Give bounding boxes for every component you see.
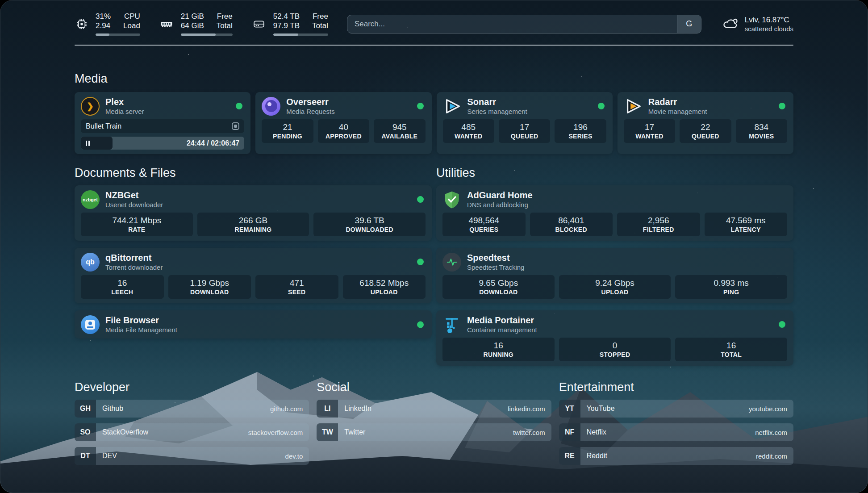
playback-time: 24:44 / 02:06:47 [187,137,239,150]
stat-downloaded: 39.6 TB DOWNLOADED [313,213,426,236]
stat-value: 9.24 Gbps [561,278,669,288]
search-input[interactable] [347,15,677,33]
app-description: DNS and adblocking [467,201,533,209]
app-description: Container management [467,326,537,334]
dashboard-window: 31% CPU 2.94 Load [0,0,868,493]
weather-condition: scattered clouds [745,25,793,33]
stat-label: DOWNLOAD [170,288,250,296]
app-description: Movie management [648,107,707,116]
app-name: File Browser [105,315,177,326]
app-description: Media File Management [105,326,177,334]
bookmark-url: github.com [270,405,303,413]
stat-value: 1.19 Gbps [170,278,250,288]
app-name: qBittorrent [105,252,163,263]
memory-progress-fill [181,33,216,36]
section-title-entertainment: Entertainment [559,380,793,394]
app-name: Speedtest [467,252,524,263]
stat-value: 17 [626,122,673,132]
app-card-qbittorrent[interactable]: qb qBittorrent Torrent downloader 16 LEE… [75,248,432,303]
disk-free-value: 52.4 TB [273,12,300,21]
app-card-plex[interactable]: ❯ Plex Media server Bullet Train 24:44 /… [75,92,250,154]
stat-label: RATE [83,226,191,234]
pause-button[interactable] [86,141,90,146]
playback-progress-fill [81,137,113,150]
stat-queued: 22 QUEUED [680,119,731,143]
app-name: Media Portainer [467,315,537,326]
stat-value: 16 [83,278,162,288]
search-bar: G [347,15,701,33]
disk-progress-fill [273,33,299,36]
app-name: NZBGet [105,190,163,201]
cpu-chip-icon [75,17,89,31]
bookmark-name: YouTube [587,405,615,413]
bookmark-linkedin[interactable]: LI LinkedIn linkedin.com [317,400,551,418]
memory-progress-bar [181,33,233,36]
memory-free-label: Free [217,12,233,21]
stat-value: 744.21 Mbps [83,215,191,226]
stat-download: 1.19 Gbps DOWNLOAD [168,275,251,299]
app-name: AdGuard Home [467,190,533,201]
bookmark-stackoverflow[interactable]: SO StackOverflow stackoverflow.com [75,423,309,441]
app-description: Media Requests [286,107,334,116]
app-card-sonarr[interactable]: Sonarr Series management 485 WANTED 17 Q… [437,92,613,154]
stat-label: APPROVED [320,132,367,140]
weather-location-temp: Lviv, 16.87°C [745,15,793,25]
app-card-adguard[interactable]: AdGuard Home DNS and adblocking 498,564 … [436,185,793,241]
hard-drive-icon [251,17,267,31]
stat-wanted: 485 WANTED [443,119,494,143]
status-online-dot [417,103,424,109]
stat-available: 945 AVAILABLE [374,119,425,143]
status-online-dot [779,321,785,328]
status-online-dot [417,321,424,328]
stat-value: 39.6 TB [315,215,424,226]
app-description: Usenet downloader [105,201,163,209]
bookmark-abbr: YT [559,400,580,418]
stat-value: 471 [257,278,337,288]
stat-rate: 744.21 Mbps RATE [81,213,193,236]
app-card-portainer[interactable]: Media Portainer Container management 16 … [436,310,793,366]
bookmark-name: Twitter [344,428,365,436]
memory-total-value: 64 GiB [181,21,204,30]
bookmark-github[interactable]: GH Github github.com [75,400,309,418]
stat-value: 22 [681,122,729,132]
bookmark-abbr: NF [559,423,580,441]
bookmark-dev[interactable]: DT DEV dev.to [75,447,309,465]
cpu-load-label: Load [123,21,140,30]
section-title-utilities: Utilities [436,166,793,180]
stat-value: 485 [445,122,492,132]
bookmark-name: Github [102,405,123,413]
app-name: Plex [105,96,144,107]
bookmark-url: dev.to [285,452,303,460]
cpu-load-value: 2.94 [96,21,111,30]
app-card-radarr[interactable]: Radarr Movie management 17 WANTED 22 QUE… [618,92,793,154]
stat-label: WANTED [626,132,673,140]
stat-label: DOWNLOADED [315,226,424,234]
stat-label: RUNNING [444,351,553,359]
section-title-media: Media [75,71,793,86]
app-card-filebrowser[interactable]: File Browser Media File Management [75,310,432,338]
bookmark-netflix[interactable]: NF Netflix netflix.com [559,423,793,441]
bookmark-youtube[interactable]: YT YouTube youtube.com [559,400,793,418]
nzbget-icon: nzbget [81,190,100,209]
bookmark-reddit[interactable]: RE Reddit reddit.com [559,447,793,465]
stat-upload: 9.24 Gbps UPLOAD [559,275,671,299]
disk-total-label: Total [312,21,328,30]
top-divider [75,45,793,46]
app-card-nzbget[interactable]: nzbget NZBGet Usenet downloader 744.21 M… [75,185,432,241]
stat-label: PING [677,288,785,296]
bookmark-name: Reddit [587,452,607,460]
bookmark-twitter[interactable]: TW Twitter twitter.com [317,423,551,441]
stat-label: WANTED [445,132,492,140]
app-card-speedtest[interactable]: Speedtest Speedtest Tracking 9.65 Gbps D… [436,248,793,303]
section-title-social: Social [317,380,551,394]
stat-value: 498,564 [444,215,524,226]
stat-latency: 47.569 ms LATENCY [705,213,788,236]
app-card-overseerr[interactable]: Overseerr Media Requests 21 PENDING 40 A… [255,92,431,154]
stat-queued: 17 QUEUED [499,119,550,143]
status-online-dot [417,259,424,265]
search-engine-button[interactable]: G [677,15,701,33]
stat-label: SEED [257,288,337,296]
stat-upload: 618.52 Mbps UPLOAD [343,275,426,299]
stat-download: 9.65 Gbps DOWNLOAD [442,275,555,299]
bookmark-abbr: RE [559,447,580,465]
